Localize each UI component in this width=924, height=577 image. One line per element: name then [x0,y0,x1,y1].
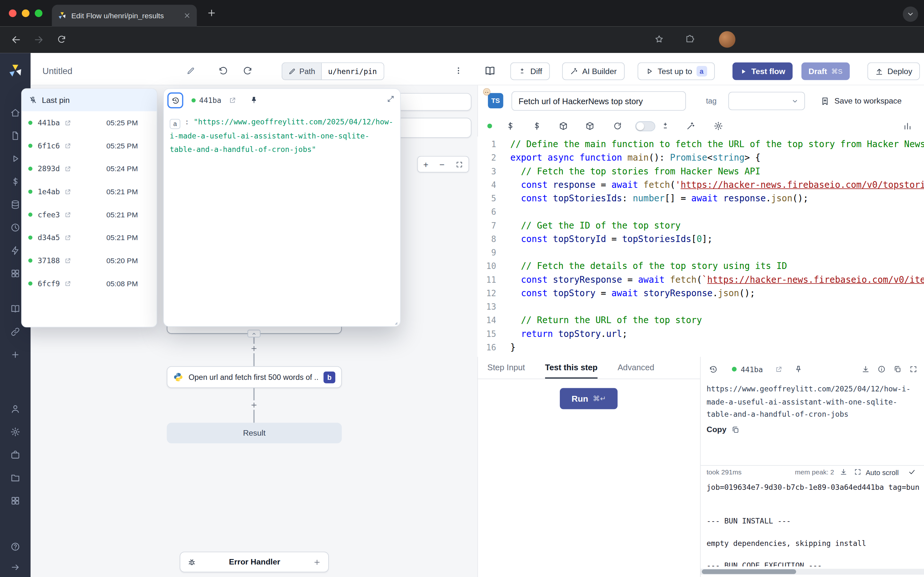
ai-assistant-button[interactable] [686,121,695,131]
sidebar-plus-icon[interactable] [10,350,20,359]
info-icon[interactable] [877,365,886,374]
external-link-icon[interactable] [64,165,71,172]
horizontal-scrollbar[interactable] [701,569,924,574]
expand-logs-icon[interactable] [854,468,861,476]
expand-popup-button[interactable] [387,95,395,103]
editor-settings-button[interactable] [714,121,723,131]
sidebar-briefcase-icon[interactable] [10,450,20,460]
external-link-icon[interactable] [229,97,236,104]
window-close-button[interactable] [9,9,17,17]
diff-mode-toggle[interactable] [635,121,655,131]
step-summary-input[interactable] [511,91,686,111]
sidebar-grid-icon[interactable] [10,269,20,279]
error-handler-node[interactable]: Error Handler [180,552,329,572]
download-logs-icon[interactable] [840,468,847,476]
tab-search-button[interactable] [903,6,918,22]
external-link-icon[interactable] [64,234,71,241]
result-node[interactable]: Result [167,423,342,443]
variables-button[interactable] [506,121,515,131]
sidebar-book-icon[interactable] [10,304,20,314]
diff-button[interactable]: Diff [510,63,550,80]
undo-button[interactable] [218,66,228,76]
save-to-workspace-button[interactable]: Save to workspace [821,92,902,110]
sidebar-arrow-right-icon[interactable] [10,562,20,572]
external-link-icon[interactable] [64,280,71,287]
add-step-button[interactable] [249,400,258,410]
tab-step-input[interactable]: Step Input [487,357,525,379]
package-button[interactable] [585,121,594,131]
bookmark-star-icon[interactable] [654,34,664,44]
history-button[interactable] [168,92,184,108]
last-pin-item[interactable]: 3718805:20 PM [22,249,157,272]
external-link-icon[interactable] [64,119,71,126]
tab-advanced[interactable]: Advanced [618,357,654,379]
add-step-button[interactable] [249,344,258,353]
last-pin-item[interactable]: 1e4ab05:21 PM [22,180,157,203]
ai-builder-button[interactable]: AI Builder [562,63,624,80]
node-collapse-toggle[interactable] [247,330,260,338]
window-minimize-button[interactable] [22,9,29,17]
sidebar-help-icon[interactable] [10,542,20,552]
tab-close-icon[interactable] [183,12,191,19]
test-up-to-button[interactable]: Test up to a [638,63,714,80]
docs-button[interactable] [485,65,496,77]
new-tab-button[interactable] [206,8,217,18]
scrollbar-thumb[interactable] [702,569,796,574]
edit-title-icon[interactable] [186,67,195,76]
profile-avatar[interactable] [719,31,735,47]
browser-tab[interactable]: Edit Flow u/henri/pin_results [52,5,197,27]
plus-minus-button[interactable] [661,121,670,131]
reload-button[interactable] [57,34,66,44]
sidebar-gear-icon[interactable] [10,427,20,437]
sidebar-grid-icon[interactable] [10,496,20,506]
last-pin-item[interactable]: 6fcf905:08 PM [22,272,157,295]
reload-script-button[interactable] [613,121,622,131]
sidebar-link-icon[interactable] [10,327,20,337]
external-link-icon[interactable] [64,257,71,264]
windmill-logo[interactable] [8,63,23,77]
expand-result-icon[interactable] [909,365,918,374]
add-error-handler-icon[interactable] [313,558,321,566]
outline-panel-button[interactable] [903,121,912,131]
last-pin-item[interactable]: 6f1c605:25 PM [22,134,157,157]
redo-button[interactable] [243,66,253,76]
download-result-icon[interactable] [861,365,870,374]
back-button[interactable] [11,34,22,45]
more-options-button[interactable] [454,66,463,75]
path-toggle[interactable]: Path [282,63,322,79]
extensions-icon[interactable] [685,34,695,44]
code-editor[interactable]: 12345678910111213141516 // Define the ma… [477,137,924,357]
sidebar-dollar-icon[interactable] [10,177,20,187]
external-link-icon[interactable] [775,366,782,373]
resources-button[interactable] [532,121,541,131]
forward-button[interactable] [33,34,44,45]
sidebar-clock-icon[interactable] [10,222,20,232]
dependencies-button[interactable] [559,121,568,131]
last-pin-item[interactable]: 441ba05:25 PM [22,111,157,134]
pin-icon[interactable] [794,365,803,374]
clipboard-icon[interactable] [893,365,901,374]
autoscroll-checkbox[interactable] [908,468,916,476]
last-pin-item[interactable]: d34a505:21 PM [22,226,157,249]
tab-test-this-step[interactable]: Test this step [545,357,598,379]
step-node-main[interactable]: Open url and fetch first 500 words of ..… [167,366,342,388]
sidebar-database-icon[interactable] [10,200,20,210]
tag-select[interactable] [728,92,805,110]
run-button[interactable]: Run ⌘↵ [560,388,618,409]
external-link-icon[interactable] [64,142,71,149]
zoom-fit-button[interactable] [455,161,463,168]
sidebar-user-icon[interactable] [10,404,20,414]
external-link-icon[interactable] [64,188,71,195]
sidebar-folder-icon[interactable] [10,473,20,483]
sidebar-play-icon[interactable] [10,153,20,163]
window-maximize-button[interactable] [35,9,42,17]
test-flow-button[interactable]: Test flow [732,63,792,80]
deploy-button[interactable]: Deploy [867,63,920,80]
resize-handle[interactable] [391,319,399,326]
copy-button[interactable]: Copy [706,425,739,434]
history-icon[interactable] [709,365,718,374]
path-value[interactable]: u/henri/pin [321,63,383,79]
sidebar-doc-icon[interactable] [10,131,20,141]
sidebar-zap-icon[interactable] [10,245,20,255]
last-pin-item[interactable]: cfee305:21 PM [22,203,157,226]
